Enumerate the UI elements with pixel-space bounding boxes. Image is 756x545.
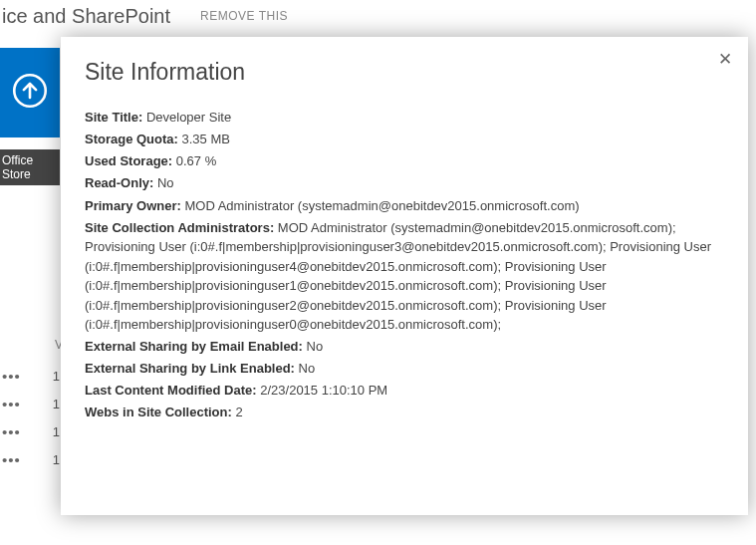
field-value: No <box>157 175 174 190</box>
row-value: 1 <box>53 397 60 411</box>
field-read-only: Read-Only: No <box>85 173 724 193</box>
field-label: External Sharing by Link Enabled: <box>85 361 295 376</box>
row-value: 1 <box>53 452 60 467</box>
field-external-sharing-email: External Sharing by Email Enabled: No <box>85 337 724 357</box>
field-primary-owner: Primary Owner: MOD Administrator (system… <box>85 196 724 216</box>
field-used-storage: Used Storage: 0.67 % <box>85 151 724 171</box>
page-header: ice and SharePoint REMOVE THIS <box>0 0 756 32</box>
page-title: ice and SharePoint <box>2 5 170 28</box>
field-label: Primary Owner: <box>85 198 181 213</box>
row-value: 1 <box>53 424 60 439</box>
field-value: Developer Site <box>146 110 231 125</box>
field-value: 2 <box>235 405 242 419</box>
upload-icon <box>9 70 51 116</box>
field-site-collection-admins: Site Collection Administrators: MOD Admi… <box>85 218 724 335</box>
field-last-modified: Last Content Modified Date: 2/23/2015 1:… <box>85 381 724 401</box>
field-label: Storage Quota: <box>85 132 178 146</box>
table-row: ••• 1 <box>0 390 60 417</box>
table-row: ••• 1 <box>0 362 60 390</box>
remove-this-link[interactable]: REMOVE THIS <box>200 9 288 23</box>
close-icon[interactable]: ✕ <box>718 51 732 68</box>
field-site-title: Site Title: Developer Site <box>85 108 724 128</box>
table-column-header: V <box>0 334 60 362</box>
field-value: No <box>299 361 316 376</box>
ellipsis-icon[interactable]: ••• <box>2 368 25 385</box>
ellipsis-icon[interactable]: ••• <box>2 451 25 468</box>
field-value: MOD Administrator (systemadmin@onebitdev… <box>184 198 579 213</box>
dialog-title: Site Information <box>85 59 724 86</box>
field-value: 0.67 % <box>176 153 216 168</box>
table-row: ••• 1 <box>0 445 60 473</box>
field-value: No <box>307 339 324 354</box>
field-webs-count: Webs in Site Collection: 2 <box>85 403 724 422</box>
field-storage-quota: Storage Quota: 3.35 MB <box>85 130 724 149</box>
field-label: Webs in Site Collection: <box>85 405 232 419</box>
site-information-dialog: ✕ Site Information Site Title: Developer… <box>61 37 748 515</box>
field-value: 2/23/2015 1:10:10 PM <box>260 383 387 398</box>
field-value: MOD Administrator (systemadmin@onebitdev… <box>85 220 711 333</box>
field-label: Last Content Modified Date: <box>85 383 257 398</box>
field-value: 3.35 MB <box>182 132 230 146</box>
field-label: External Sharing by Email Enabled: <box>85 339 303 354</box>
background-table: V ••• 1 ••• 1 ••• 1 ••• 1 <box>0 334 60 473</box>
office-store-link[interactable]: Office Store <box>0 149 60 185</box>
field-external-sharing-link: External Sharing by Link Enabled: No <box>85 359 724 379</box>
office-store-label: Office Store <box>2 153 60 181</box>
field-label: Used Storage: <box>85 153 172 168</box>
table-row: ••• 1 <box>0 417 60 445</box>
field-label: Site Collection Administrators: <box>85 220 274 235</box>
app-tile[interactable] <box>0 48 60 137</box>
ellipsis-icon[interactable]: ••• <box>2 423 25 440</box>
row-value: 1 <box>53 369 60 384</box>
field-label: Read-Only: <box>85 175 153 190</box>
field-label: Site Title: <box>85 110 142 125</box>
ellipsis-icon[interactable]: ••• <box>2 396 25 412</box>
